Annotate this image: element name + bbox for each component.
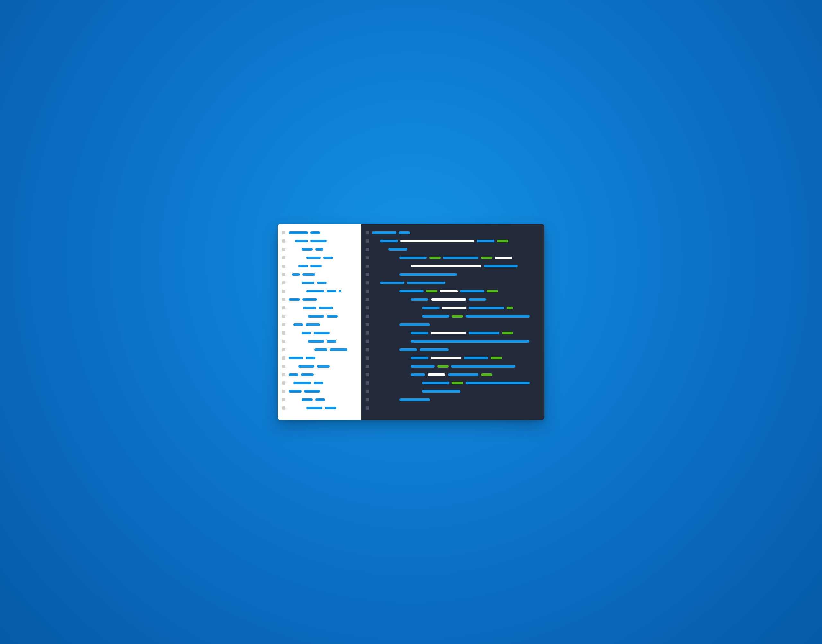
code-token [308,340,324,342]
code-token [314,332,330,334]
code-token [422,390,460,393]
code-line [282,254,357,262]
code-token [302,282,314,284]
code-line [366,304,540,312]
code-line [282,337,357,345]
line-marker [282,331,285,334]
code-token [293,323,303,326]
code-token [310,240,327,242]
code-line [366,262,540,270]
line-marker [366,265,369,268]
line-marker [366,398,369,401]
line-marker [366,356,369,360]
editor-window [278,224,544,420]
code-token [411,332,428,334]
code-token [314,382,324,384]
code-token [399,323,430,326]
line-marker [366,406,369,409]
line-marker [282,373,285,376]
code-token [507,307,513,309]
code-token [399,273,457,276]
line-marker [282,356,285,360]
line-marker [282,231,285,235]
code-line [366,354,540,362]
code-token [289,390,302,393]
code-line [366,279,540,287]
panel-light [278,224,361,420]
code-token [428,373,445,376]
line-marker [282,382,285,385]
code-token [466,382,530,384]
line-marker [366,340,369,343]
code-token [304,390,320,393]
code-token [484,265,518,267]
code-token [440,290,457,293]
code-line [282,320,357,329]
code-token [452,382,463,384]
code-line [366,287,540,295]
code-line [366,228,540,237]
line-marker [282,340,285,343]
code-token [420,348,449,351]
code-token [437,365,449,368]
code-line [282,237,357,245]
code-token [302,399,313,401]
code-token [469,332,499,334]
code-token [306,323,320,326]
code-line [282,262,357,270]
code-token [298,365,314,368]
code-token [289,232,308,234]
code-line [366,254,540,262]
code-token [302,332,311,334]
line-marker [282,314,285,318]
line-marker [366,281,369,284]
code-token [302,273,315,276]
code-token [327,340,336,342]
line-marker [366,323,369,326]
code-token [442,307,466,309]
code-token [429,256,440,259]
code-line [366,337,540,345]
code-token [319,307,333,309]
code-token [388,248,408,251]
code-token [464,357,488,359]
code-line [366,312,540,320]
code-token [372,232,396,234]
code-token [324,256,333,259]
line-marker [366,306,369,310]
code-token [295,240,308,242]
code-token [411,298,428,301]
code-line [366,345,540,354]
line-marker [366,256,369,259]
code-line [366,270,540,279]
code-token [399,348,417,351]
code-line [282,295,357,304]
code-token [302,248,313,251]
code-token [327,315,338,317]
code-line [282,379,357,387]
line-marker [366,239,369,243]
line-marker [282,390,285,393]
code-token [411,357,428,359]
line-marker [282,348,285,351]
code-line [366,329,540,337]
code-token [422,382,449,384]
code-line [366,404,540,412]
code-token [502,332,513,334]
line-marker [366,331,369,334]
code-token [310,232,320,234]
code-line [366,371,540,379]
code-token [422,315,449,317]
line-marker [282,406,285,409]
code-token [315,248,324,251]
code-token [298,265,308,267]
code-token [293,382,311,384]
code-token [469,298,486,301]
code-token [431,357,462,359]
code-token [466,315,530,317]
code-line [366,379,540,387]
code-line [366,387,540,396]
line-marker [366,298,369,301]
code-line [282,270,357,279]
line-marker [366,290,369,293]
